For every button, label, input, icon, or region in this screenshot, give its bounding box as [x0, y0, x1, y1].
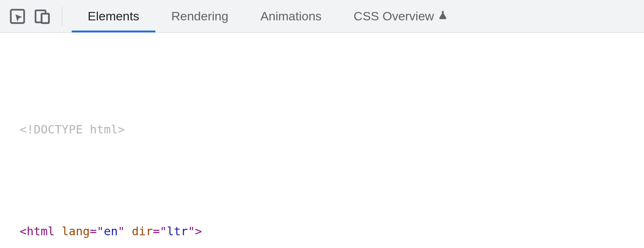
toolbar-separator [62, 7, 62, 26]
panel-tabs: Elements Rendering Animations CSS Overvi… [72, 0, 464, 32]
inspect-element-icon[interactable] [7, 5, 28, 27]
device-toggle-icon[interactable] [31, 5, 53, 27]
devtools-toolbar: Elements Rendering Animations CSS Overvi… [0, 0, 644, 33]
tab-rendering[interactable]: Rendering [155, 0, 245, 32]
dom-node-doctype[interactable]: <!DOCTYPE html> [0, 119, 644, 140]
flask-icon [438, 9, 448, 23]
doctype-text: <!DOCTYPE html> [20, 119, 125, 140]
elements-dom-tree[interactable]: <!DOCTYPE html> <html lang="en" dir="ltr… [0, 33, 644, 248]
tab-css-overview-label: CSS Overview [354, 9, 434, 23]
tab-elements[interactable]: Elements [72, 0, 155, 32]
tab-animations[interactable]: Animations [245, 0, 338, 32]
dom-node-html-open[interactable]: <html lang="en" dir="ltr"> [0, 221, 644, 241]
svg-rect-2 [41, 13, 49, 23]
tab-css-overview[interactable]: CSS Overview [338, 0, 464, 32]
